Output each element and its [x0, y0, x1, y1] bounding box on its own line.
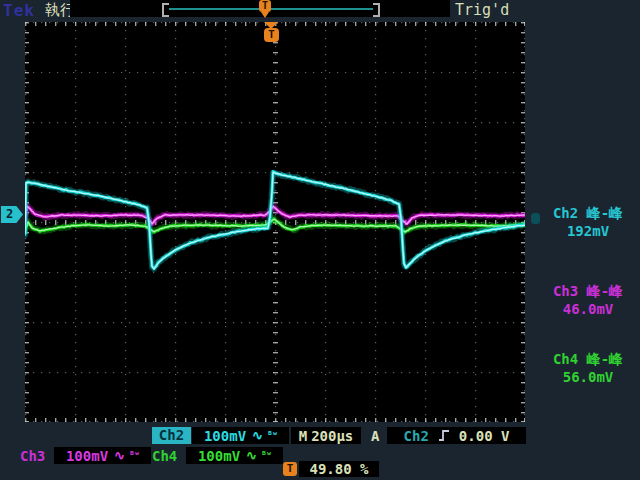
timebase-prefix: M: [299, 428, 307, 444]
waveform-graticule: [25, 22, 525, 422]
channel3-scale-value: 100mV: [66, 448, 108, 464]
trigger-position-marker-icon: T: [264, 28, 279, 42]
measurement-ch2-value: 192mV: [536, 222, 640, 240]
trigger-system-prefix: A: [371, 428, 379, 444]
channel4-scale-readout: 100mV ∿ ᴮʷ: [186, 447, 283, 464]
channel2-reference-marker: 2: [1, 206, 23, 223]
rising-edge-icon: [438, 429, 450, 442]
measurement-ch2-label: Ch2 峰-峰: [536, 204, 640, 222]
record-view-left-bracket-icon: [162, 3, 169, 17]
ac-coupling-icon: ∿: [252, 428, 263, 443]
trigger-level-value: 0.00 V: [459, 428, 510, 444]
ac-coupling-icon: ∿: [246, 448, 257, 463]
measurement-ch4-label: Ch4 峰-峰: [536, 350, 640, 368]
record-view-right-bracket-icon: [373, 3, 380, 17]
measurement-ch4-value: 56.0mV: [536, 368, 640, 386]
oscilloscope-screen: Tek 執行 T Trig'd T 2 Ch2 峰-峰 192mV Ch3 峰-…: [0, 0, 640, 480]
record-trigger-pointer-icon: [261, 12, 269, 18]
bandwidth-limit-icon: ᴮʷ: [267, 430, 277, 441]
trigger-source: Ch2: [404, 428, 429, 444]
channel2-scale-value: 100mV: [204, 428, 246, 444]
measurement-ch2: Ch2 峰-峰 192mV: [536, 204, 640, 240]
tek-logo: Tek: [3, 1, 35, 20]
measurement-ch3: Ch3 峰-峰 46.0mV: [536, 282, 640, 318]
ac-coupling-icon: ∿: [114, 448, 125, 463]
channel3-label: Ch3: [20, 448, 45, 464]
record-view-bar: T: [70, 0, 450, 17]
record-view-line: [169, 8, 373, 10]
channel2-scale-readout: 100mV ∿ ᴮʷ: [192, 427, 289, 444]
channel3-scale-readout: 100mV ∿ ᴮʷ: [54, 447, 151, 464]
channel4-label: Ch4: [152, 448, 177, 464]
trigger-readout: Ch2 0.00 V: [387, 427, 526, 444]
measurement-ch3-label: Ch3 峰-峰: [536, 282, 640, 300]
channel2-badge: Ch2: [152, 427, 191, 444]
channel4-scale-value: 100mV: [198, 448, 240, 464]
trigger-position-badge-icon: T: [283, 462, 297, 476]
trigger-status: Trig'd: [455, 1, 509, 19]
bandwidth-limit-icon: ᴮʷ: [261, 450, 271, 461]
trigger-position-readout: 49.80 %: [299, 461, 379, 477]
timebase-readout: M 200µs: [291, 427, 361, 444]
record-trigger-position-icon: T: [259, 0, 271, 12]
bandwidth-limit-icon: ᴮʷ: [129, 450, 139, 461]
measurement-ch3-value: 46.0mV: [536, 300, 640, 318]
timebase-value: 200µs: [311, 428, 353, 444]
measurement-ch4: Ch4 峰-峰 56.0mV: [536, 350, 640, 386]
